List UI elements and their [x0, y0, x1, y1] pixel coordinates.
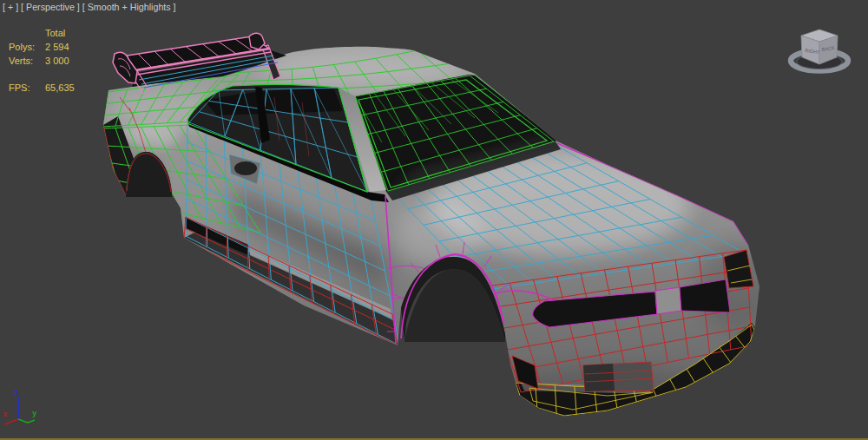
- svg-text:3 000: 3 000: [45, 56, 69, 66]
- svg-text:Polys:: Polys:: [9, 42, 35, 52]
- svg-text:65,635: 65,635: [45, 82, 75, 93]
- svg-text:FPS:: FPS:: [9, 82, 30, 93]
- svg-text:x: x: [3, 409, 8, 418]
- svg-text:Total: Total: [45, 28, 65, 38]
- svg-text:Verts:: Verts:: [9, 56, 33, 66]
- svg-text:y: y: [32, 408, 37, 417]
- svg-text:z: z: [14, 388, 18, 397]
- svg-text:[ + ] [ Perspective ] [ Smooth: [ + ] [ Perspective ] [ Smooth + Highlig…: [3, 2, 176, 12]
- svg-text:2 594: 2 594: [45, 42, 69, 52]
